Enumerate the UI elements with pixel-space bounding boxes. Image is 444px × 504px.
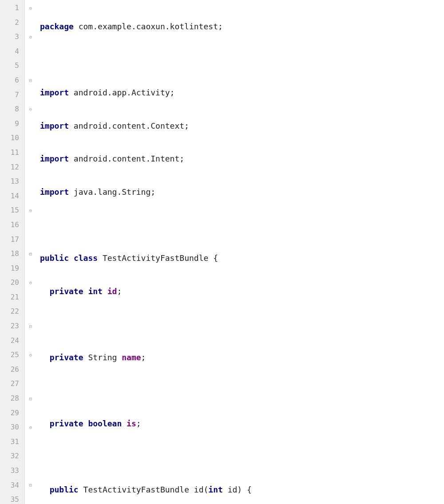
fold-cell bbox=[25, 377, 36, 391]
fold-icon[interactable]: ⊖ bbox=[29, 352, 32, 358]
code-line bbox=[40, 384, 444, 398]
fold-cell bbox=[25, 435, 36, 449]
code-line: private int id; bbox=[40, 284, 444, 299]
line-number: 22 bbox=[0, 304, 24, 319]
fold-cell bbox=[25, 492, 36, 504]
line-number: 11 bbox=[0, 146, 24, 160]
fold-icon[interactable]: ⊖ bbox=[29, 425, 32, 430]
fold-gutter: ⊖⊖⊟⊖⊖⊟⊖⊟⊖⊟⊖⊟ bbox=[25, 0, 36, 504]
fold-cell bbox=[25, 334, 36, 348]
fold-cell bbox=[25, 44, 36, 59]
code-line: private String name; bbox=[40, 350, 444, 365]
line-number: 20 bbox=[0, 276, 24, 290]
fold-icon[interactable]: ⊖ bbox=[29, 34, 32, 40]
fold-cell bbox=[25, 189, 36, 204]
line-number: 18 bbox=[0, 247, 24, 261]
code-line bbox=[40, 317, 444, 332]
code-line: public TestActivityFastBundle id(int id)… bbox=[40, 483, 444, 497]
line-number: 29 bbox=[0, 406, 24, 421]
line-number: 23 bbox=[0, 319, 24, 334]
line-number: 12 bbox=[0, 160, 24, 175]
line-number: 33 bbox=[0, 464, 24, 478]
fold-cell: ⊟ bbox=[25, 247, 36, 261]
code-line: import android.app.Activity; bbox=[40, 86, 444, 100]
line-number: 13 bbox=[0, 174, 24, 189]
fold-cell: ⊖ bbox=[25, 276, 36, 290]
line-number: 4 bbox=[0, 44, 24, 59]
code-line: import java.lang.String; bbox=[40, 185, 444, 200]
line-number: 35 bbox=[0, 492, 24, 504]
line-number: 1 bbox=[0, 1, 24, 16]
fold-cell bbox=[25, 88, 36, 102]
fold-cell bbox=[25, 160, 36, 175]
fold-cell: ⊟ bbox=[25, 478, 36, 493]
line-number: 3 bbox=[0, 30, 24, 44]
fold-icon[interactable]: ⊟ bbox=[29, 251, 32, 257]
line-number: 5 bbox=[0, 59, 24, 73]
fold-icon[interactable]: ⊟ bbox=[29, 482, 32, 488]
fold-cell: ⊖ bbox=[25, 102, 36, 117]
line-number: 27 bbox=[0, 377, 24, 391]
code-line bbox=[40, 450, 444, 465]
fold-cell bbox=[25, 464, 36, 478]
code-line: import android.content.Context; bbox=[40, 119, 444, 134]
fold-cell bbox=[25, 146, 36, 160]
fold-icon[interactable]: ⊖ bbox=[29, 106, 32, 112]
line-number: 6 bbox=[0, 73, 24, 88]
line-number-gutter: 1234567891011121314151617181920212223242… bbox=[0, 0, 25, 504]
fold-cell bbox=[25, 174, 36, 189]
fold-icon[interactable]: ⊖ bbox=[29, 208, 32, 213]
fold-cell bbox=[25, 232, 36, 247]
line-number: 15 bbox=[0, 203, 24, 218]
line-number: 2 bbox=[0, 16, 24, 30]
line-number: 8 bbox=[0, 102, 24, 117]
fold-cell: ⊖ bbox=[25, 420, 36, 435]
line-number: 19 bbox=[0, 261, 24, 276]
code-line: private boolean is; bbox=[40, 417, 444, 431]
fold-cell bbox=[25, 59, 36, 73]
fold-cell bbox=[25, 117, 36, 131]
code-line: public class TestActivityFastBundle { bbox=[40, 251, 444, 266]
fold-icon[interactable]: ⊖ bbox=[29, 280, 32, 286]
fold-icon[interactable]: ⊟ bbox=[29, 78, 32, 83]
fold-cell: ⊖ bbox=[25, 348, 36, 362]
fold-cell bbox=[25, 406, 36, 421]
fold-cell: ⊖ bbox=[25, 1, 36, 16]
line-number: 16 bbox=[0, 218, 24, 232]
line-number: 10 bbox=[0, 131, 24, 146]
line-number: 32 bbox=[0, 449, 24, 464]
fold-cell bbox=[25, 261, 36, 276]
line-number: 9 bbox=[0, 117, 24, 131]
fold-cell: ⊟ bbox=[25, 391, 36, 406]
fold-icon[interactable]: ⊟ bbox=[29, 396, 32, 402]
line-number: 31 bbox=[0, 435, 24, 449]
fold-cell bbox=[25, 449, 36, 464]
fold-cell bbox=[25, 304, 36, 319]
line-number: 34 bbox=[0, 478, 24, 493]
code-line: package com.example.caoxun.kotlintest; bbox=[40, 20, 444, 34]
line-number: 26 bbox=[0, 362, 24, 377]
fold-icon[interactable]: ⊟ bbox=[29, 323, 32, 329]
line-number: 25 bbox=[0, 348, 24, 362]
fold-cell: ⊖ bbox=[25, 203, 36, 218]
line-number: 30 bbox=[0, 420, 24, 435]
line-number: 14 bbox=[0, 189, 24, 204]
line-number: 24 bbox=[0, 334, 24, 348]
fold-cell: ⊟ bbox=[25, 73, 36, 88]
line-number: 17 bbox=[0, 232, 24, 247]
line-number: 7 bbox=[0, 88, 24, 102]
line-number: 21 bbox=[0, 290, 24, 305]
fold-icon[interactable]: ⊖ bbox=[29, 5, 32, 11]
code-line bbox=[40, 218, 444, 233]
code-line bbox=[40, 53, 444, 67]
fold-cell: ⊟ bbox=[25, 319, 36, 334]
line-number: 28 bbox=[0, 391, 24, 406]
fold-cell bbox=[25, 218, 36, 232]
code-line: import android.content.Intent; bbox=[40, 152, 444, 166]
fold-cell: ⊖ bbox=[25, 30, 36, 44]
code-editor[interactable]: package com.example.caoxun.kotlintest; i… bbox=[36, 0, 444, 504]
fold-cell bbox=[25, 290, 36, 305]
fold-cell bbox=[25, 16, 36, 30]
fold-cell bbox=[25, 131, 36, 146]
fold-cell bbox=[25, 362, 36, 377]
